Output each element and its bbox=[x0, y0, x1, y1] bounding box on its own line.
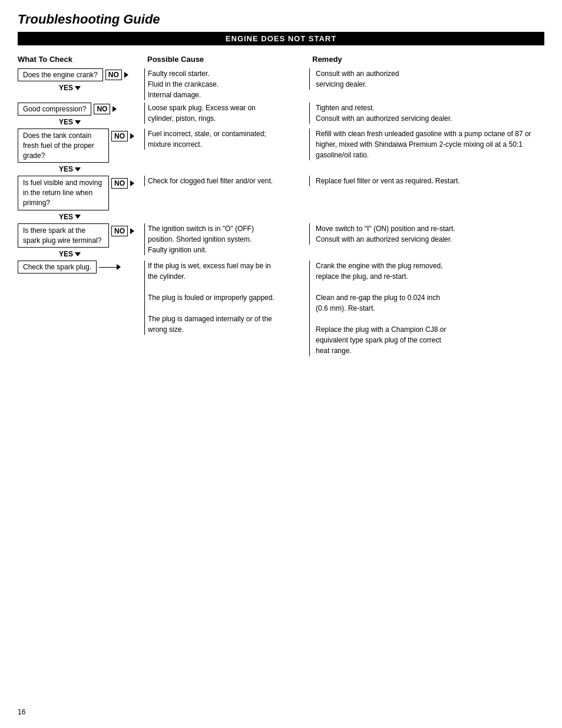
check-box-1: Does the engine crank? bbox=[18, 68, 103, 81]
check-header: What To Check bbox=[18, 55, 144, 64]
cause-6: If the plug is wet, excess fuel may be i… bbox=[144, 261, 309, 335]
remedy-6: Crank the engine with the plug removed,r… bbox=[309, 261, 544, 356]
cause-header: Possible Cause bbox=[144, 55, 309, 64]
remedy-5: Move switch to "I" (ON) position and re-… bbox=[309, 223, 544, 245]
no-label-3: NO bbox=[111, 131, 128, 141]
page-title: Troubleshooting Guide bbox=[18, 12, 544, 27]
cause-3: Fuel incorrect, stale, or contaminated;m… bbox=[144, 129, 309, 150]
check-box-6: Check the spark plug. bbox=[18, 261, 97, 274]
remedy-2: Tighten and retest.Consult with an autho… bbox=[309, 103, 544, 124]
yes-label-5: YES bbox=[59, 250, 81, 258]
no-label-1: NO bbox=[105, 70, 122, 80]
yes-label-3: YES bbox=[59, 165, 81, 173]
no-label-5: NO bbox=[111, 226, 128, 236]
cause-4: Check for clogged fuel filter and/or ven… bbox=[144, 176, 309, 186]
no-label-2: NO bbox=[94, 104, 110, 114]
cause-5: The ignition switch is in "O" (OFF)posit… bbox=[144, 223, 309, 255]
yes-label-4: YES bbox=[59, 213, 81, 221]
remedy-3: Refill with clean fresh unleaded gasolin… bbox=[309, 129, 544, 160]
no-label-4: NO bbox=[111, 178, 128, 189]
right-arrow-6 bbox=[117, 264, 121, 270]
check-box-5: Is there spark at the spark plug wire te… bbox=[18, 223, 109, 248]
check-box-4: Is fuel visible and moving in the return… bbox=[18, 176, 109, 210]
remedy-1: Consult with an authorizedservicing deal… bbox=[309, 68, 544, 90]
check-box-3: Does the tank contain fresh fuel of the … bbox=[18, 129, 109, 163]
remedy-4: Replace fuel filter or vent as required.… bbox=[309, 176, 544, 186]
no-arrow-2 bbox=[113, 106, 117, 112]
no-arrow-5 bbox=[130, 228, 134, 234]
no-arrow-1 bbox=[124, 72, 128, 78]
cause-1: Faulty recoil starter. Fluid in the cran… bbox=[144, 68, 309, 100]
remedy-header: Remedy bbox=[309, 55, 544, 64]
yes-label-2: YES bbox=[59, 118, 81, 126]
no-arrow-3 bbox=[130, 133, 134, 139]
check-box-2: Good compression? bbox=[18, 103, 91, 116]
section-header: ENGINE DOES NOT START bbox=[18, 32, 544, 45]
no-arrow-4 bbox=[130, 180, 134, 186]
yes-label-1: YES bbox=[59, 84, 81, 92]
page-number: 16 bbox=[18, 708, 25, 716]
cause-2: Loose spark plug. Excess wear oncylinder… bbox=[144, 103, 309, 124]
